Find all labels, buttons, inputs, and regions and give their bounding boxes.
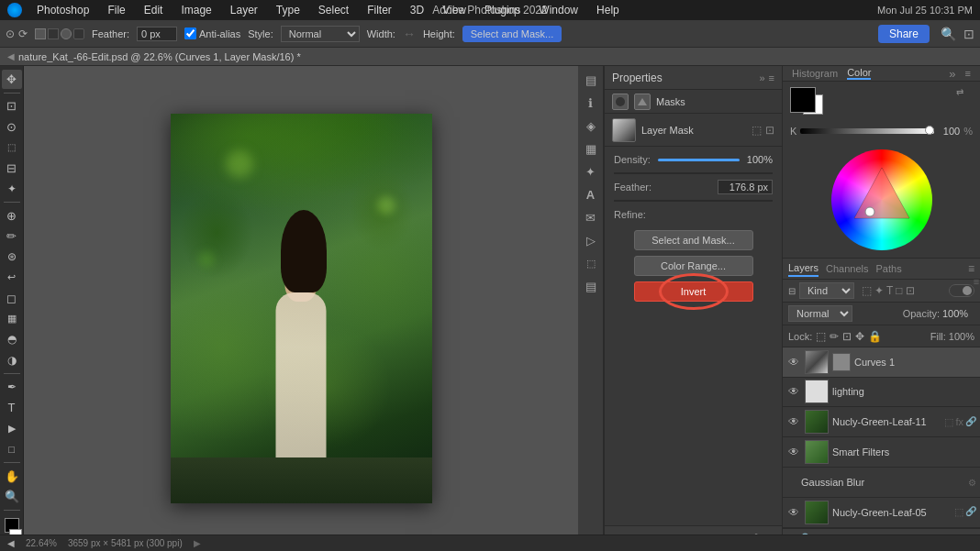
move-tool[interactable]: ✥ (2, 70, 22, 89)
brush-tool[interactable]: ✏ (2, 226, 22, 246)
share-button[interactable]: Share (878, 25, 930, 43)
filter-shape-icon[interactable]: □ (896, 284, 902, 297)
glyphs-icon-btn[interactable]: A (581, 184, 601, 204)
text-tool[interactable]: T (2, 399, 22, 418)
layer-item-smart-filters[interactable]: 👁 Smart Filters (783, 437, 980, 468)
k-percent: % (963, 126, 973, 137)
layer-filter-dropdown[interactable]: Kind Name Effect (799, 282, 854, 299)
bokeh-2 (377, 196, 395, 215)
foreground-swatch[interactable] (790, 87, 816, 113)
path-selection-tool[interactable]: ▶ (2, 419, 22, 438)
filter-smart-icon[interactable]: ⊡ (906, 284, 915, 297)
menu-photoshop[interactable]: Photoshop (33, 4, 93, 17)
menu-type[interactable]: Type (273, 4, 304, 17)
lock-position-icon[interactable]: ✥ (855, 330, 864, 343)
filter-toggle[interactable] (949, 284, 974, 297)
invert-btn[interactable]: Invert (634, 281, 753, 302)
blend-mode-dropdown[interactable]: Normal Multiply Screen Overlay (788, 305, 852, 322)
layer-item-curves1[interactable]: 👁 Curves 1 (783, 347, 980, 378)
shape-tool[interactable]: □ (2, 440, 22, 459)
pixel-mask-icon[interactable] (612, 94, 629, 110)
layer-eye-leaf05[interactable]: 👁 (786, 505, 801, 520)
layer-eye-lighting[interactable]: 👁 (786, 384, 801, 399)
menu-layer[interactable]: Layer (227, 4, 262, 17)
zoom-tool[interactable]: 🔍 (2, 488, 22, 507)
color-range-btn[interactable]: Color Range... (634, 256, 753, 276)
layer-item-leaf11[interactable]: 👁 Nucly-Green-Leaf-11 ⬚ fx 🔗 (783, 407, 980, 437)
stamp-tool[interactable]: ⊛ (2, 248, 22, 267)
color-panel-menu[interactable]: ≡ (965, 68, 971, 79)
filter-pixel-icon[interactable]: ⬚ (862, 284, 872, 297)
layer-item-gaussian[interactable]: Gaussian Blur ⚙ (783, 468, 980, 498)
select-and-mask-prop-btn[interactable]: Select and Mask... (634, 230, 753, 250)
density-slider[interactable] (658, 159, 740, 161)
color-panel-expand[interactable]: » (949, 67, 955, 81)
layer-eye-curves1[interactable]: 👁 (786, 355, 801, 369)
eyedropper-tool[interactable]: ✦ (2, 180, 22, 199)
swap-colors-icon[interactable]: ⇄ (956, 87, 963, 97)
channels-tab[interactable]: Channels (826, 261, 868, 276)
timeline-icon-btn[interactable]: ▷ (581, 230, 601, 250)
layers-tab[interactable]: Layers (788, 260, 819, 277)
menu-filter[interactable]: Filter (363, 4, 395, 17)
gradient-tool[interactable]: ▦ (2, 310, 22, 329)
expand-icon[interactable]: ≡ (974, 276, 979, 287)
info-icon-btn[interactable]: ℹ (581, 93, 601, 113)
select-mask-btn-row: Select and Mask... (605, 227, 782, 253)
menu-help[interactable]: Help (593, 4, 623, 17)
feather-value-input[interactable] (718, 180, 773, 194)
color-wheel[interactable] (831, 149, 932, 250)
dodge-tool[interactable]: ◑ (2, 351, 22, 370)
marquee-tool[interactable]: ⊡ (2, 96, 22, 116)
anti-alias-checkbox[interactable] (184, 28, 196, 39)
menu-image[interactable]: Image (177, 4, 215, 17)
hand-tool[interactable]: ✋ (2, 467, 22, 486)
status-prev-btn[interactable]: ◀ (7, 538, 15, 548)
layer-eye-smart[interactable]: 👁 (786, 445, 801, 459)
lock-all-icon[interactable]: 🔒 (868, 330, 882, 343)
menu-bar: Photoshop File Edit Image Layer Type Sel… (0, 0, 980, 20)
mask-options-btn[interactable]: ⊡ (765, 124, 774, 137)
menu-3d[interactable]: 3D (406, 4, 428, 17)
histogram-tab[interactable]: Histogram (792, 68, 838, 79)
history-brush-tool[interactable]: ↩ (2, 269, 22, 288)
lock-image-icon[interactable]: ✏ (830, 330, 839, 343)
layer-thumb-leaf11 (805, 410, 829, 434)
menu-edit[interactable]: Edit (140, 4, 167, 17)
filter-adj-icon[interactable]: ✦ (874, 284, 884, 297)
heal-tool[interactable]: ⊕ (2, 206, 22, 226)
gaussian-settings-icon[interactable]: ⚙ (968, 478, 976, 488)
k-slider[interactable] (800, 128, 934, 134)
document-tab[interactable]: ◀ nature_Kat_-66-Edit.psd @ 22.6% (Curve… (0, 48, 980, 66)
adjustments-icon-btn[interactable]: ✦ (581, 161, 601, 182)
paths-tab[interactable]: Paths (876, 261, 902, 276)
color-icon-btn[interactable]: ◈ (581, 116, 601, 136)
notes-icon-btn[interactable]: ✉ (581, 207, 601, 227)
eraser-tool[interactable]: ◻ (2, 289, 22, 308)
object-selection-tool[interactable]: ⬚ (2, 138, 22, 157)
panel-expand-btn[interactable]: » (759, 72, 764, 83)
crop-tool[interactable]: ⊟ (2, 159, 22, 178)
layers-icon-btn[interactable]: ⬚ (581, 253, 601, 273)
swatches-icon-btn[interactable]: ▦ (581, 138, 601, 159)
vector-mask-icon[interactable] (634, 94, 651, 110)
pen-tool[interactable]: ✒ (2, 378, 22, 397)
lasso-tool[interactable]: ⊙ (2, 117, 22, 137)
panel-menu-btn[interactable]: ≡ (769, 72, 774, 83)
style-dropdown[interactable]: Normal Fixed Ratio Fixed Size (281, 26, 360, 42)
select-and-mask-button[interactable]: Select and Mask... (462, 26, 562, 42)
lock-artboard-icon[interactable]: ⊡ (842, 330, 852, 343)
lock-transparent-icon[interactable]: ⬚ (816, 330, 826, 343)
blur-tool[interactable]: ◓ (2, 330, 22, 349)
apply-mask-btn[interactable]: ⬚ (752, 124, 762, 137)
layer-eye-leaf11[interactable]: 👁 (786, 414, 801, 429)
layer-item-lighting[interactable]: 👁 lighting (783, 378, 980, 408)
histogram-icon-btn[interactable]: ▤ (581, 70, 601, 90)
menu-file[interactable]: File (104, 4, 128, 17)
feather-input[interactable] (137, 27, 177, 41)
layer-item-leaf05[interactable]: 👁 Nucly-Green-Leaf-05 ⬚ 🔗 (783, 498, 980, 528)
channels-icon-btn[interactable]: ▤ (581, 276, 601, 296)
menu-select[interactable]: Select (315, 4, 352, 17)
color-tab[interactable]: Color (847, 67, 871, 80)
filter-text-icon[interactable]: T (886, 284, 893, 297)
